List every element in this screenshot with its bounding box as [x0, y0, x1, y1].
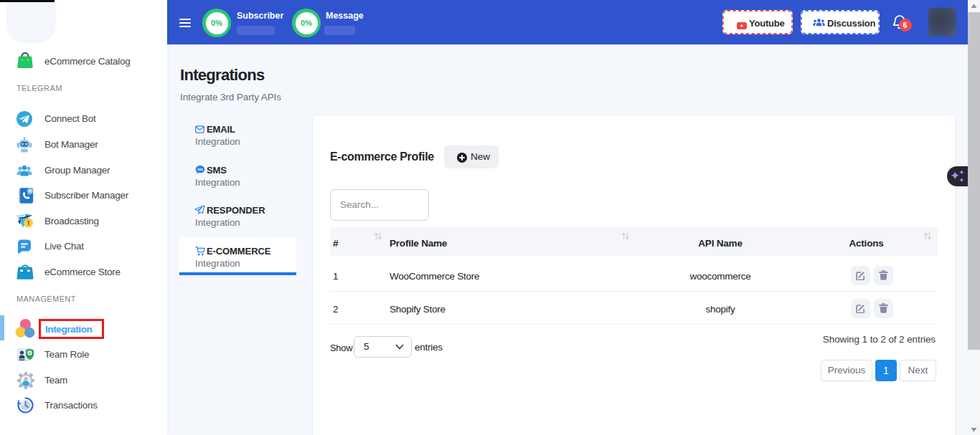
svg-text:SMS: SMS: [197, 168, 203, 171]
